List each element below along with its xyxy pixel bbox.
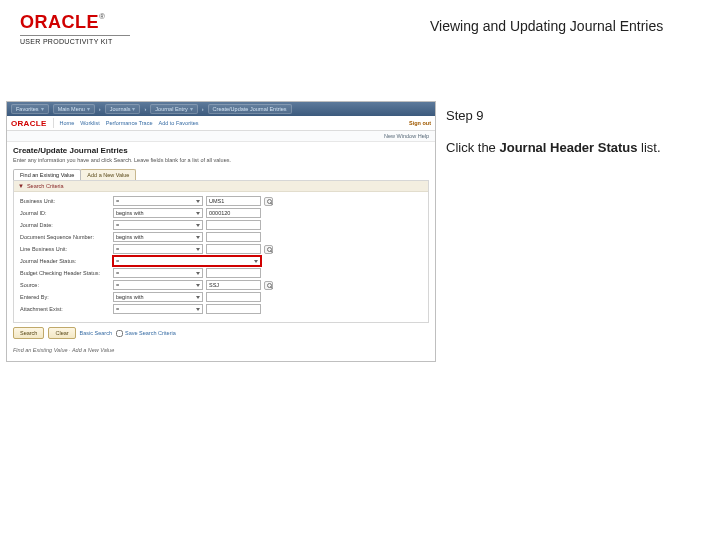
app-page-desc: Enter any information you have and click… bbox=[13, 157, 429, 163]
op-doc-seq[interactable]: begins with bbox=[113, 232, 203, 242]
input-journal-date[interactable] bbox=[206, 220, 261, 230]
link-add-fav[interactable]: Add to Favorites bbox=[159, 120, 199, 126]
label-journal-id: Journal ID: bbox=[20, 210, 110, 216]
app-page-title: Create/Update Journal Entries bbox=[13, 146, 429, 155]
label-business-unit: Business Unit: bbox=[20, 198, 110, 204]
panel-search-criteria-head[interactable]: ▼ Search Criteria bbox=[14, 181, 428, 192]
op-budget-status[interactable]: = bbox=[113, 268, 203, 278]
op-journal-id[interactable]: begins with bbox=[113, 208, 203, 218]
tab-add-new[interactable]: Add a New Value bbox=[80, 169, 136, 180]
oracle-logo: ORACLE bbox=[20, 12, 99, 32]
crumb-journal-entry[interactable]: Journal Entry▾ bbox=[150, 104, 197, 114]
label-journal-date: Journal Date: bbox=[20, 222, 110, 228]
crumb-sep: › bbox=[202, 106, 204, 112]
input-business-unit[interactable]: UMS1 bbox=[206, 196, 261, 206]
label-budget-status: Budget Checking Header Status: bbox=[20, 270, 110, 276]
basic-search-link[interactable]: Basic Search bbox=[80, 330, 112, 336]
lookup-icon[interactable] bbox=[264, 281, 273, 290]
lookup-icon[interactable] bbox=[264, 197, 273, 206]
crumb-sep: › bbox=[144, 106, 146, 112]
app-footer-note: Find an Existing Value · Add a New Value bbox=[7, 343, 435, 361]
label-line-bu: Line Business Unit: bbox=[20, 246, 110, 252]
page-title: Viewing and Updating Journal Entries bbox=[430, 18, 700, 34]
op-business-unit[interactable]: = bbox=[113, 196, 203, 206]
crumb-main-menu[interactable]: Main Menu▾ bbox=[53, 104, 95, 114]
save-checkbox[interactable] bbox=[116, 330, 123, 337]
link-signout[interactable]: Sign out bbox=[409, 120, 431, 126]
clear-button[interactable]: Clear bbox=[48, 327, 75, 339]
input-attachment[interactable] bbox=[206, 304, 261, 314]
label-source: Source: bbox=[20, 282, 110, 288]
input-budget-status[interactable] bbox=[206, 268, 261, 278]
panel-title: Search Criteria bbox=[27, 183, 64, 189]
label-attachment: Attachment Exist: bbox=[20, 306, 110, 312]
label-doc-seq: Document Sequence Number: bbox=[20, 234, 110, 240]
op-entered-by[interactable]: begins with bbox=[113, 292, 203, 302]
step-label: Step 9 bbox=[446, 107, 700, 125]
tab-find-existing[interactable]: Find an Existing Value bbox=[13, 169, 81, 180]
lookup-icon[interactable] bbox=[264, 245, 273, 254]
oracle-tm: ® bbox=[99, 12, 105, 21]
link-home[interactable]: Home bbox=[60, 120, 75, 126]
app-userbar: New Window Help bbox=[7, 131, 435, 142]
instruction-text: Click the Journal Header Status list. bbox=[446, 139, 700, 157]
upk-subtitle: USER PRODUCTIVITY KIT bbox=[20, 35, 130, 45]
save-search-criteria[interactable]: Save Search Criteria bbox=[116, 330, 176, 337]
input-doc-seq[interactable] bbox=[206, 232, 261, 242]
input-journal-id[interactable]: 0000120 bbox=[206, 208, 261, 218]
input-entered-by[interactable] bbox=[206, 292, 261, 302]
search-button[interactable]: Search bbox=[13, 327, 44, 339]
search-criteria: Business Unit: = UMS1 Journal ID: begins… bbox=[14, 192, 428, 322]
crumb-create-update[interactable]: Create/Update Journal Entries bbox=[208, 104, 292, 114]
link-worklist[interactable]: Worklist bbox=[80, 120, 99, 126]
op-attachment[interactable]: = bbox=[113, 304, 203, 314]
input-source[interactable]: SSJ bbox=[206, 280, 261, 290]
app-screenshot: Favorites▾ Main Menu▾ › Journals▾ › Jour… bbox=[6, 101, 436, 362]
select-journal-header-status[interactable]: = bbox=[113, 256, 261, 266]
op-line-bu[interactable]: = bbox=[113, 244, 203, 254]
link-perf-trace[interactable]: Performance Trace bbox=[106, 120, 153, 126]
op-journal-date[interactable]: = bbox=[113, 220, 203, 230]
op-source[interactable]: = bbox=[113, 280, 203, 290]
chevron-down-icon: ▼ bbox=[18, 183, 24, 189]
crumb-journals[interactable]: Journals▾ bbox=[105, 104, 141, 114]
app-oracle-logo: ORACLE bbox=[11, 119, 47, 128]
label-entered-by: Entered By: bbox=[20, 294, 110, 300]
crumb-sep: › bbox=[99, 106, 101, 112]
label-journal-header-status: Journal Header Status: bbox=[20, 258, 110, 264]
app-breadcrumb-bar: Favorites▾ Main Menu▾ › Journals▾ › Jour… bbox=[7, 102, 435, 116]
crumb-favorites[interactable]: Favorites▾ bbox=[11, 104, 49, 114]
app-toolbar: ORACLE Home Worklist Performance Trace A… bbox=[7, 116, 435, 131]
input-line-bu[interactable] bbox=[206, 244, 261, 254]
